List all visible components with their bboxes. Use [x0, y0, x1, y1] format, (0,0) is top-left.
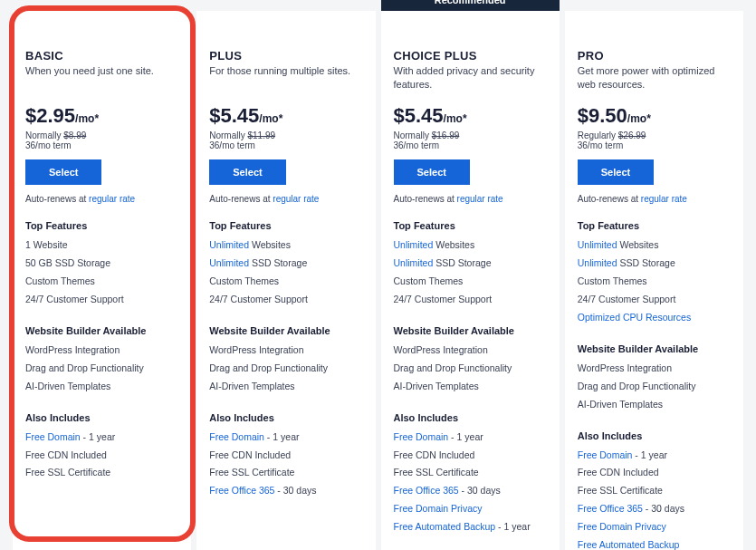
feature-text: Free SSL Certificate [394, 467, 479, 478]
feature-text: WordPress Integration [394, 344, 488, 355]
feature-text: 50 GB SSD Storage [25, 257, 110, 268]
feature-text: - 1 year [81, 431, 116, 442]
feature-text: Custom Themes [394, 275, 464, 286]
feature-text: - 30 days [274, 485, 316, 496]
feature-item: Free Domain - 1 year [25, 429, 178, 447]
price-per: /mo* [75, 112, 99, 125]
normally-label: Normally [25, 130, 63, 140]
feature-text: AI-Driven Templates [578, 399, 663, 410]
feature-item: 50 GB SSD Storage [25, 255, 178, 273]
feature-link[interactable]: Unlimited [394, 257, 434, 268]
price-amount: $5.45 [209, 104, 259, 127]
feature-item: Drag and Drop Functionality [394, 360, 547, 378]
feature-text: SSD Storage [617, 257, 675, 268]
plan-title: CHOICE PLUS [394, 49, 547, 63]
feature-text: - 1 year [495, 521, 531, 532]
renew-note: Auto-renews at regular rate [578, 194, 731, 204]
feature-item: Custom Themes [394, 273, 547, 291]
feature-item: Free CDN Included [209, 447, 362, 465]
feature-link[interactable]: Unlimited [578, 257, 617, 268]
feature-link[interactable]: Free Automated Backup [394, 521, 496, 532]
plan-card: PLUS For those running multiple sites. $… [196, 11, 375, 550]
feature-link[interactable]: Free Domain Privacy [578, 521, 666, 532]
feature-item: Drag and Drop Functionality [578, 378, 731, 396]
feature-link[interactable]: Free Automated Backup [578, 539, 680, 550]
feature-link[interactable]: Unlimited [209, 239, 249, 250]
feature-text: Websites [617, 239, 659, 250]
recommended-badge: Recommended [381, 0, 560, 11]
renew-link[interactable]: regular rate [457, 194, 503, 204]
feature-link[interactable]: Optimized CPU Resources [578, 312, 691, 323]
feature-text: Free SSL Certificate [25, 467, 110, 478]
feature-text: WordPress Integration [209, 344, 303, 355]
feature-item: AI-Driven Templates [394, 378, 547, 396]
feature-link[interactable]: Unlimited [578, 239, 617, 250]
feature-item: Free Domain - 1 year [578, 447, 731, 465]
select-button[interactable]: Select [209, 159, 285, 185]
plan-price: $5.45/mo* [209, 104, 362, 128]
feature-link[interactable]: Free Domain [578, 449, 633, 460]
normally-row: Regularly $26.99 [578, 130, 731, 140]
feature-text: - 1 year [448, 431, 483, 442]
feature-item: 1 Website [25, 236, 178, 255]
feature-link[interactable]: Free Domain Privacy [394, 503, 483, 514]
feature-item: Unlimited SSD Storage [209, 255, 362, 273]
plan-subtitle: For those running multiple sites. [209, 64, 362, 92]
feature-link[interactable]: Free Domain [209, 431, 264, 442]
price-amount: $5.45 [394, 104, 444, 127]
feature-link[interactable]: Unlimited [394, 239, 434, 250]
feature-item: 24/7 Customer Support [209, 291, 362, 309]
term-label: 36/mo term [209, 140, 362, 150]
feature-link[interactable]: Free Office 365 [394, 485, 459, 496]
plan-card: PRO Get more power with optimized web re… [565, 11, 743, 550]
feature-text: Free CDN Included [394, 449, 475, 460]
feature-link[interactable]: Unlimited [209, 257, 249, 268]
feature-link[interactable]: Free Office 365 [209, 485, 274, 496]
renew-note: Auto-renews at regular rate [25, 194, 178, 204]
plan-price: $2.95/mo* [25, 104, 178, 128]
section-builder: Website Builder Available [209, 325, 362, 336]
feature-link[interactable]: Free Office 365 [578, 503, 643, 514]
normally-row: Normally $8.99 [25, 130, 178, 140]
feature-link[interactable]: Free Domain [25, 431, 81, 442]
feature-item: Unlimited SSD Storage [578, 255, 731, 273]
feature-item: WordPress Integration [25, 342, 178, 360]
plan-subtitle: Get more power with optimized web resour… [578, 64, 731, 92]
feature-link[interactable]: Free Domain [394, 431, 449, 442]
feature-item: Free Domain - 1 year [394, 429, 547, 447]
feature-item: WordPress Integration [394, 342, 547, 360]
feature-text: Free CDN Included [578, 467, 659, 478]
plan-card: Recommended CHOICE PLUS With added priva… [381, 11, 560, 550]
feature-text: 1 Website [25, 239, 68, 250]
feature-text: Free SSL Certificate [209, 467, 294, 478]
feature-item: Free SSL Certificate [394, 464, 547, 482]
price-per: /mo* [444, 112, 467, 125]
plan-card: BASIC When you need just one site. $2.95… [13, 11, 191, 550]
select-button[interactable]: Select [578, 159, 654, 185]
feature-text: Free CDN Included [209, 449, 291, 460]
feature-text: AI-Driven Templates [209, 381, 294, 391]
feature-item: Free Automated Backup [578, 536, 731, 550]
feature-item: Free CDN Included [578, 464, 731, 482]
renew-link[interactable]: regular rate [641, 194, 687, 204]
feature-item: 24/7 Customer Support [25, 291, 178, 309]
select-button[interactable]: Select [394, 159, 470, 185]
renew-link[interactable]: regular rate [273, 194, 319, 204]
feature-text: Drag and Drop Functionality [578, 381, 696, 391]
plan-title: PRO [578, 49, 731, 63]
renew-prefix: Auto-renews at [578, 194, 641, 204]
feature-item: 24/7 Customer Support [578, 291, 731, 309]
feature-text: - 30 days [643, 503, 684, 514]
feature-text: Custom Themes [209, 275, 279, 286]
select-button[interactable]: Select [25, 159, 101, 185]
renew-prefix: Auto-renews at [209, 194, 273, 204]
renew-prefix: Auto-renews at [394, 194, 457, 204]
feature-item: Free CDN Included [25, 447, 178, 465]
feature-item: Optimized CPU Resources [578, 309, 731, 327]
section-also: Also Includes [578, 430, 731, 441]
feature-item: Custom Themes [578, 273, 731, 291]
feature-text: Websites [249, 239, 291, 250]
feature-item: Free CDN Included [394, 447, 547, 465]
term-label: 36/mo term [578, 140, 731, 150]
renew-link[interactable]: regular rate [89, 194, 135, 204]
